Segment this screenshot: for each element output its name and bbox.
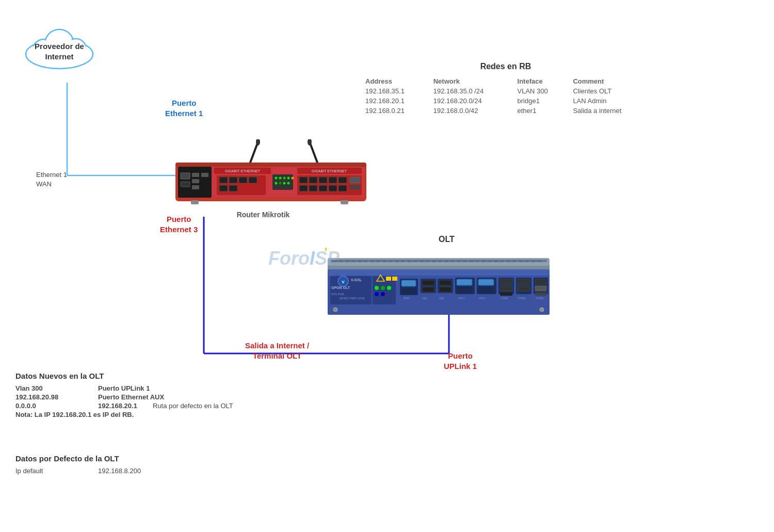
svg-rect-33 xyxy=(249,177,257,183)
svg-rect-124 xyxy=(422,280,434,285)
col-interface: Inteface xyxy=(513,76,569,86)
svg-rect-127 xyxy=(439,280,452,285)
redes-rb-section: Redes en RB Address Network Inteface Com… xyxy=(361,62,650,116)
svg-rect-23 xyxy=(192,173,199,177)
svg-point-37 xyxy=(275,177,278,180)
svg-point-117 xyxy=(387,286,391,290)
svg-point-42 xyxy=(279,182,282,185)
svg-rect-114 xyxy=(392,277,397,281)
svg-rect-18 xyxy=(175,163,366,167)
svg-rect-97 xyxy=(519,261,523,262)
svg-text:GIGABIT ETHERNET: GIGABIT ETHERNET xyxy=(312,169,347,173)
svg-point-45 xyxy=(292,177,294,180)
svg-point-118 xyxy=(375,292,379,296)
svg-text:UPL2: UPL2 xyxy=(479,297,486,300)
svg-rect-145 xyxy=(535,293,546,296)
datos-nuevos-row: Vlan 300Puerto UPLink 1 xyxy=(15,384,335,392)
svg-line-14 xyxy=(310,142,317,163)
svg-point-119 xyxy=(381,292,385,296)
svg-text:CONS: CONS xyxy=(501,297,508,300)
svg-text:RESET PWR CASE: RESET PWR CASE xyxy=(340,297,365,300)
svg-point-155 xyxy=(540,308,544,312)
svg-rect-62 xyxy=(341,200,348,204)
svg-rect-137 xyxy=(500,286,512,291)
isp-cloud: .cloud-path { fill: none; stroke: #5bb8f… xyxy=(15,21,103,61)
svg-rect-22 xyxy=(181,182,190,187)
svg-rect-130 xyxy=(457,279,472,285)
svg-rect-76 xyxy=(389,261,393,262)
svg-rect-58 xyxy=(338,185,347,191)
datos-nuevos-row: 0.0.0.0192.168.20.1Ruta por defecto en l… xyxy=(15,402,335,410)
svg-point-154 xyxy=(333,308,337,312)
svg-rect-55 xyxy=(309,185,317,191)
svg-rect-61 xyxy=(191,200,199,204)
svg-rect-113 xyxy=(386,277,391,281)
svg-rect-99 xyxy=(531,261,535,262)
svg-point-43 xyxy=(283,182,286,185)
svg-rect-102 xyxy=(328,269,550,276)
svg-point-115 xyxy=(375,286,379,290)
foro-isp-watermark: ForoISP xyxy=(268,248,340,269)
svg-rect-91 xyxy=(481,261,486,262)
svg-rect-98 xyxy=(525,261,529,262)
svg-rect-52 xyxy=(329,177,337,183)
puerto-eth3-label: Puerto Ethernet 3 xyxy=(160,214,198,234)
datos-nuevos-row: 192.168.20.98Puerto Ethernet AUX xyxy=(15,393,335,401)
datos-nuevos-title: Datos Nuevos en la OLT xyxy=(15,372,335,380)
svg-rect-141 xyxy=(518,286,530,291)
svg-text:GPON OLT: GPON OLT xyxy=(331,286,350,289)
svg-rect-140 xyxy=(518,279,530,284)
svg-rect-57 xyxy=(329,185,337,191)
redes-rb-title: Redes en RB xyxy=(361,62,650,71)
svg-rect-50 xyxy=(309,177,317,183)
svg-rect-69 xyxy=(345,261,349,262)
svg-rect-125 xyxy=(422,287,434,292)
svg-text:UPL1: UPL1 xyxy=(458,297,465,300)
svg-rect-81 xyxy=(420,261,424,262)
svg-point-39 xyxy=(283,177,286,180)
svg-text:PON: PON xyxy=(404,297,409,300)
ethernet-wan-label: Ethernet 1 WAN xyxy=(36,170,67,189)
svg-line-13 xyxy=(250,142,258,163)
svg-rect-54 xyxy=(299,185,308,191)
svg-rect-70 xyxy=(351,261,356,262)
svg-rect-51 xyxy=(319,177,327,183)
datos-nuevos-row: Nota: La IP 192.168.20.1 es IP del RB. xyxy=(15,411,335,418)
col-comment: Comment xyxy=(569,76,650,86)
svg-rect-35 xyxy=(229,185,237,191)
svg-point-116 xyxy=(381,286,385,290)
svg-rect-96 xyxy=(512,261,517,262)
router-svg: GIGABIT ETHERNET GIGABIT ETHERNET xyxy=(144,139,382,206)
svg-rect-49 xyxy=(299,177,308,183)
svg-rect-80 xyxy=(413,261,417,262)
svg-rect-87 xyxy=(457,261,461,262)
svg-text:SYS PON: SYS PON xyxy=(331,293,344,296)
svg-rect-85 xyxy=(444,261,448,262)
svg-rect-25 xyxy=(192,185,199,189)
salida-internet-label: Salida a Internet / Terminal OLT xyxy=(245,341,309,361)
svg-text:GE2: GE2 xyxy=(439,297,444,300)
svg-text:GE1: GE1 xyxy=(422,297,427,300)
svg-rect-71 xyxy=(358,261,362,262)
svg-rect-30 xyxy=(219,177,228,183)
svg-text:V-SOL: V-SOL xyxy=(351,278,362,282)
svg-rect-89 xyxy=(469,261,473,262)
svg-rect-74 xyxy=(376,261,380,262)
svg-rect-138 xyxy=(500,293,512,296)
svg-rect-86 xyxy=(450,261,455,262)
table-row: 192.168.20.1192.168.20.0/24bridge1LAN Ad… xyxy=(361,96,650,106)
datos-nuevos-section: Datos Nuevos en la OLT Vlan 300Puerto UP… xyxy=(15,372,335,420)
svg-rect-128 xyxy=(439,287,452,292)
svg-rect-77 xyxy=(395,261,399,262)
svg-rect-59 xyxy=(350,177,360,183)
svg-rect-144 xyxy=(535,286,546,291)
svg-rect-93 xyxy=(494,261,498,262)
svg-rect-133 xyxy=(478,279,494,285)
svg-rect-134 xyxy=(478,287,494,293)
redes-table: Address Network Inteface Comment 192.168… xyxy=(361,76,650,116)
svg-text:TYPE2: TYPE2 xyxy=(536,297,544,300)
router-mikrotik: GIGABIT ETHERNET GIGABIT ETHERNET xyxy=(144,139,382,219)
puerto-uplink-label: Puerto UPLink 1 xyxy=(444,351,477,371)
svg-rect-90 xyxy=(475,261,479,262)
svg-point-38 xyxy=(279,177,282,180)
